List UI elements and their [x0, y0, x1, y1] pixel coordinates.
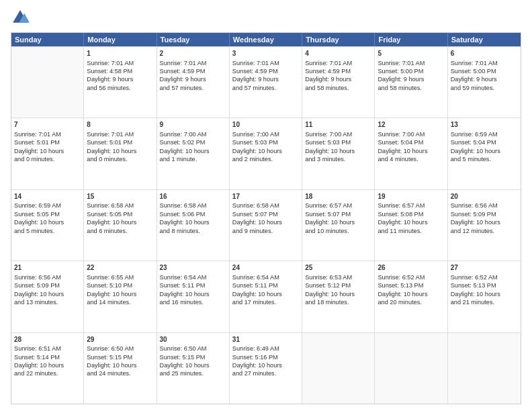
- day-info-line: Daylight: 10 hours: [160, 361, 226, 369]
- day-info-line: and 21 minutes.: [451, 298, 518, 306]
- day-info-line: Daylight: 9 hours: [378, 75, 444, 83]
- cal-cell: [375, 333, 447, 404]
- day-info-line: Sunrise: 6:52 AM: [451, 273, 518, 281]
- day-info-line: and 0 minutes.: [14, 155, 81, 163]
- cal-week-row: 14Sunrise: 6:59 AMSunset: 5:05 PMDayligh…: [11, 189, 521, 261]
- day-info-line: Daylight: 10 hours: [232, 361, 299, 369]
- day-number: 27: [451, 263, 518, 273]
- day-number: 23: [160, 263, 226, 273]
- calendar-body: 1Sunrise: 7:01 AMSunset: 4:58 PMDaylight…: [11, 46, 521, 404]
- cal-cell: 19Sunrise: 6:57 AMSunset: 5:08 PMDayligh…: [375, 190, 447, 261]
- day-info-line: Sunset: 5:13 PM: [378, 281, 444, 289]
- day-info-line: and 6 minutes.: [87, 227, 153, 235]
- day-info-line: Daylight: 10 hours: [451, 218, 518, 226]
- day-info-line: Daylight: 10 hours: [378, 218, 444, 226]
- day-info-line: and 10 minutes.: [305, 227, 371, 235]
- day-number: 8: [87, 120, 153, 130]
- day-number: 26: [378, 263, 444, 273]
- cal-cell: 12Sunrise: 7:00 AMSunset: 5:04 PMDayligh…: [375, 118, 447, 189]
- day-number: 9: [160, 120, 226, 130]
- day-info-line: and 22 minutes.: [14, 369, 81, 377]
- day-info-line: and 17 minutes.: [232, 298, 299, 306]
- logo-icon: [11, 8, 30, 27]
- day-info-line: Daylight: 9 hours: [305, 75, 371, 83]
- day-info-line: and 18 minutes.: [305, 298, 371, 306]
- day-number: 5: [378, 49, 444, 58]
- cal-cell: [302, 333, 375, 404]
- cal-cell: 6Sunrise: 7:01 AMSunset: 5:00 PMDaylight…: [448, 47, 521, 118]
- day-info-line: Daylight: 9 hours: [232, 75, 299, 83]
- day-info-line: Sunrise: 6:49 AM: [232, 345, 299, 353]
- day-info-line: Sunrise: 6:59 AM: [451, 130, 518, 138]
- day-info-line: Daylight: 10 hours: [305, 218, 371, 226]
- day-info-line: Sunrise: 7:01 AM: [160, 59, 226, 67]
- day-info-line: Sunset: 5:03 PM: [305, 138, 371, 146]
- cal-cell: 24Sunrise: 6:54 AMSunset: 5:11 PMDayligh…: [230, 261, 302, 332]
- day-info-line: and 5 minutes.: [14, 227, 81, 235]
- day-info-line: Sunrise: 7:00 AM: [305, 130, 371, 138]
- day-info-line: and 2 minutes.: [232, 155, 299, 163]
- day-number: 21: [14, 263, 81, 273]
- day-info-line: Daylight: 9 hours: [87, 75, 153, 83]
- day-number: 2: [160, 49, 226, 58]
- day-info-line: Sunset: 5:02 PM: [160, 138, 226, 146]
- day-info-line: Sunrise: 6:56 AM: [451, 201, 518, 210]
- day-info-line: Sunrise: 7:01 AM: [87, 59, 153, 67]
- cal-cell: 23Sunrise: 6:54 AMSunset: 5:11 PMDayligh…: [157, 261, 230, 332]
- cal-week-row: 7Sunrise: 7:01 AMSunset: 5:01 PMDaylight…: [11, 118, 521, 189]
- day-info-line: Sunrise: 6:51 AM: [14, 345, 81, 353]
- day-info-line: Sunrise: 6:52 AM: [378, 273, 444, 281]
- day-info-line: Daylight: 10 hours: [451, 290, 518, 298]
- day-info-line: and 27 minutes.: [232, 369, 299, 377]
- day-info-line: Sunrise: 6:59 AM: [14, 201, 81, 210]
- cal-header-cell: Wednesday: [230, 33, 302, 46]
- cal-week-row: 1Sunrise: 7:01 AMSunset: 4:58 PMDaylight…: [11, 46, 521, 118]
- calendar-header: SundayMondayTuesdayWednesdayThursdayFrid…: [11, 33, 521, 46]
- day-info-line: and 20 minutes.: [378, 298, 444, 306]
- day-number: 13: [451, 120, 518, 130]
- day-info-line: and 14 minutes.: [87, 298, 153, 306]
- day-number: 16: [160, 192, 226, 201]
- day-info-line: Sunset: 5:04 PM: [378, 138, 444, 146]
- day-info-line: Sunset: 5:11 PM: [232, 281, 299, 289]
- day-info-line: and 11 minutes.: [378, 227, 444, 235]
- day-number: 29: [87, 335, 153, 345]
- day-info-line: Sunset: 5:04 PM: [451, 138, 518, 146]
- day-info-line: Sunset: 4:59 PM: [160, 67, 226, 75]
- day-info-line: and 57 minutes.: [160, 84, 226, 92]
- day-info-line: Sunrise: 6:58 AM: [87, 201, 153, 210]
- day-info-line: and 12 minutes.: [451, 227, 518, 235]
- day-info-line: Sunrise: 6:58 AM: [232, 201, 299, 210]
- day-info-line: and 58 minutes.: [378, 84, 444, 92]
- cal-cell: 17Sunrise: 6:58 AMSunset: 5:07 PMDayligh…: [230, 190, 302, 261]
- day-info-line: and 13 minutes.: [14, 298, 81, 306]
- day-info-line: and 5 minutes.: [451, 155, 518, 163]
- day-number: 28: [14, 335, 81, 345]
- day-info-line: Sunset: 5:15 PM: [87, 353, 153, 361]
- cal-header-cell: Tuesday: [157, 33, 230, 46]
- day-number: 6: [451, 49, 518, 58]
- day-info-line: Sunset: 5:15 PM: [160, 353, 226, 361]
- cal-cell: [448, 333, 521, 404]
- day-info-line: Sunrise: 7:00 AM: [160, 130, 226, 138]
- cal-header-cell: Saturday: [448, 33, 521, 46]
- day-info-line: Sunrise: 6:56 AM: [14, 273, 81, 281]
- day-info-line: Daylight: 10 hours: [14, 218, 81, 226]
- day-info-line: Daylight: 10 hours: [87, 290, 153, 298]
- day-info-line: Daylight: 10 hours: [160, 218, 226, 226]
- cal-header-cell: Sunday: [11, 33, 84, 46]
- day-info-line: Sunset: 4:59 PM: [305, 67, 371, 75]
- day-info-line: and 58 minutes.: [305, 84, 371, 92]
- day-info-line: Sunset: 5:01 PM: [87, 138, 153, 146]
- cal-week-row: 21Sunrise: 6:56 AMSunset: 5:09 PMDayligh…: [11, 261, 521, 332]
- day-number: 14: [14, 192, 81, 201]
- day-info-line: Sunset: 5:01 PM: [14, 138, 81, 146]
- day-info-line: Daylight: 9 hours: [451, 75, 518, 83]
- day-info-line: Sunrise: 6:54 AM: [160, 273, 226, 281]
- day-info-line: Daylight: 10 hours: [378, 147, 444, 155]
- day-info-line: and 25 minutes.: [160, 369, 226, 377]
- day-info-line: Sunset: 5:07 PM: [232, 210, 299, 218]
- cal-header-cell: Friday: [375, 33, 447, 46]
- cal-cell: 29Sunrise: 6:50 AMSunset: 5:15 PMDayligh…: [84, 333, 157, 404]
- day-info-line: Daylight: 9 hours: [160, 75, 226, 83]
